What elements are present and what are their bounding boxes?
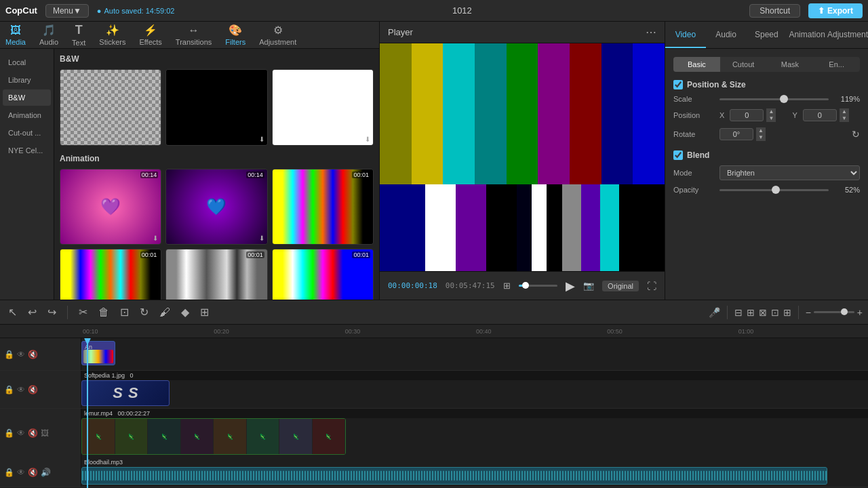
track-lock-icon[interactable]: 🔒: [4, 468, 14, 477]
track-lock-icon[interactable]: 🔒: [4, 428, 14, 438]
tl-snap-icon[interactable]: ⊠: [759, 307, 767, 318]
filter-item-colorbar4[interactable]: 00:01: [272, 249, 374, 300]
zoom-slider-area[interactable]: [814, 311, 854, 313]
zoom-out-icon[interactable]: −: [806, 307, 811, 318]
filter-item-colorbar3[interactable]: 00:01 ⬇: [165, 249, 267, 300]
tab-stickers[interactable]: ✨ Stickers: [99, 24, 125, 46]
undo-tool[interactable]: ↩: [25, 304, 39, 320]
track-mute-icon[interactable]: 🔇: [28, 385, 38, 394]
track-mute-icon[interactable]: 🔇: [28, 350, 38, 359]
sidebar-item-animation[interactable]: Animation: [3, 107, 51, 123]
download-icon[interactable]: ⬇: [153, 235, 158, 242]
track-eye-icon[interactable]: 👁: [17, 428, 25, 438]
rotate-step-up[interactable]: ▲: [756, 127, 766, 134]
filter-item-checker[interactable]: ⬇: [60, 69, 161, 146]
clip-bloodhail[interactable]: [81, 467, 827, 485]
zoom-in-icon[interactable]: +: [857, 307, 863, 318]
x-step-up[interactable]: ▲: [766, 108, 776, 115]
track-lock-icon[interactable]: 🔒: [4, 350, 14, 359]
blend-checkbox[interactable]: [673, 150, 683, 160]
subtab-cutout[interactable]: Cutout: [720, 57, 767, 72]
track-thumb-icon[interactable]: 🖼: [41, 428, 49, 438]
tab-adjustment-right[interactable]: Adjustment: [827, 22, 868, 48]
split-tool[interactable]: ✂: [76, 304, 90, 320]
sidebar-item-nye[interactable]: NYE Cel...: [3, 142, 51, 159]
download-icon[interactable]: ⬇: [259, 136, 264, 143]
blend-mode-select[interactable]: Brighten Normal Multiply Screen Overlay: [719, 165, 860, 180]
rotate-step-down[interactable]: ▼: [756, 134, 766, 141]
clip-softpedia[interactable]: S S: [81, 380, 170, 406]
tl-align-icon[interactable]: ⊞: [747, 307, 755, 318]
track-eye-icon[interactable]: 👁: [17, 468, 25, 477]
clip-an[interactable]: An: [81, 341, 115, 365]
frame-icon[interactable]: ⊞: [503, 281, 511, 291]
rotate-link-icon[interactable]: ↻: [852, 129, 860, 140]
y-step-up[interactable]: ▲: [840, 108, 849, 115]
fullscreen-button[interactable]: ⛶: [647, 281, 656, 291]
brush-tool[interactable]: 🖌: [157, 305, 173, 320]
tab-speed[interactable]: Speed: [747, 22, 787, 48]
loop-tool[interactable]: ↻: [137, 304, 151, 320]
download-icon[interactable]: ⬇: [259, 235, 264, 242]
opacity-slider[interactable]: [719, 189, 829, 191]
scale-slider[interactable]: [719, 98, 829, 100]
track-eye-icon[interactable]: 👁: [17, 385, 25, 394]
rotate-input[interactable]: [719, 128, 753, 140]
player-menu-icon[interactable]: ⋯: [646, 26, 656, 39]
clip-lemur[interactable]: 🦎 🦎 🦎 🦎 🦎 🦎 🦎 🦎: [81, 418, 346, 455]
tab-animation[interactable]: Animation: [787, 22, 827, 48]
download-icon[interactable]: ⬇: [153, 136, 158, 143]
tab-audio-right[interactable]: Audio: [706, 22, 747, 48]
tab-adjustment[interactable]: ⚙ Adjustment: [259, 24, 296, 46]
x-input[interactable]: [730, 109, 764, 121]
tab-video[interactable]: Video: [665, 22, 706, 48]
download-icon[interactable]: ⬇: [365, 136, 370, 143]
tab-filters[interactable]: 🎨 Filters: [225, 24, 245, 46]
menu-button[interactable]: Menu▼: [45, 4, 89, 18]
sidebar-item-cutout[interactable]: Cut-out ...: [3, 125, 51, 141]
original-button[interactable]: Original: [602, 281, 639, 291]
select-tool[interactable]: ↖: [5, 304, 20, 320]
screenshot-icon[interactable]: 📷: [583, 281, 594, 291]
sidebar-item-bw[interactable]: B&W: [3, 89, 51, 106]
mic-icon[interactable]: 🎤: [709, 307, 720, 318]
crop-tool[interactable]: ⊡: [117, 304, 132, 320]
tab-media[interactable]: 🖼 Media: [5, 24, 26, 46]
keyframe-tool[interactable]: ◆: [178, 304, 192, 320]
track-controls-3: 🔒 👁 🔇 🖼: [0, 409, 81, 458]
delete-tool[interactable]: 🗑: [96, 305, 112, 320]
y-step-down[interactable]: ▼: [840, 115, 849, 122]
tab-text[interactable]: T Text: [72, 23, 85, 47]
track-audio-icon[interactable]: 🔊: [41, 468, 51, 477]
y-input[interactable]: [803, 109, 837, 121]
filter-item-colorbar2[interactable]: 00:01 ⬇: [60, 249, 161, 300]
tab-audio[interactable]: 🎵 Audio: [39, 24, 58, 46]
sidebar-item-library[interactable]: Library: [3, 72, 51, 88]
play-button[interactable]: ▶: [566, 279, 575, 293]
track-eye-icon[interactable]: 👁: [17, 350, 25, 359]
track-lock-icon[interactable]: 🔒: [4, 385, 14, 394]
select2-tool[interactable]: ⊞: [197, 304, 212, 320]
progress-bar[interactable]: [519, 285, 557, 287]
filter-item-heart1[interactable]: 💜 00:14 ⬇: [60, 169, 161, 245]
filter-item-heart2[interactable]: 💙 00:14 ⬇: [165, 169, 267, 245]
tl-split2-icon[interactable]: ⊡: [771, 307, 779, 318]
filter-item-colorbar1[interactable]: 00:01: [272, 169, 374, 245]
subtab-mask[interactable]: Mask: [767, 57, 814, 72]
export-button[interactable]: ⬆ Export: [808, 3, 863, 18]
tl-lock-icon[interactable]: ⊞: [783, 307, 791, 318]
filter-item-black[interactable]: ⬇: [165, 69, 267, 146]
position-size-checkbox[interactable]: [673, 80, 683, 89]
track-mute-icon[interactable]: 🔇: [28, 428, 38, 438]
x-step-down[interactable]: ▼: [766, 115, 776, 122]
track-mute-icon[interactable]: 🔇: [28, 468, 38, 477]
sidebar-item-local[interactable]: Local: [3, 54, 51, 70]
filter-item-white[interactable]: ⬇: [272, 69, 374, 146]
subtab-en[interactable]: En...: [813, 57, 860, 72]
redo-tool[interactable]: ↪: [45, 304, 59, 320]
subtab-basic[interactable]: Basic: [673, 57, 720, 72]
tl-link-icon[interactable]: ⊟: [734, 307, 743, 318]
tab-effects[interactable]: ⚡ Effects: [139, 24, 161, 46]
tab-transitions[interactable]: ↔ Transitions: [176, 24, 212, 46]
shortcut-button[interactable]: Shortcut: [749, 4, 800, 18]
